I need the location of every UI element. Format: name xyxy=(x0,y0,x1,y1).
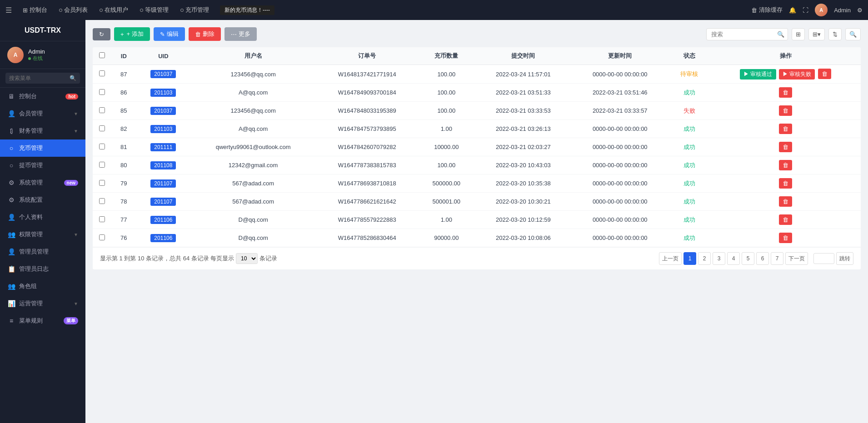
cell-checkbox[interactable] xyxy=(93,156,111,174)
hamburger-icon[interactable]: ☰ xyxy=(5,6,12,15)
sidebar-item-finance-mgmt[interactable]: ₿ 财务管理 ▼ xyxy=(0,122,85,139)
menu-icon: ≡ xyxy=(7,317,15,324)
nav-members[interactable]: 会员列表 xyxy=(55,4,92,16)
sidebar-item-system-mgmt[interactable]: ⚙ 系统管理 new xyxy=(0,174,85,191)
sidebar-item-dashboard[interactable]: 🖥 控制台 hot xyxy=(0,88,85,105)
uid-badge: 201108 xyxy=(150,161,176,169)
sidebar-item-menu-rules[interactable]: ≡ 菜单规则 菜单 xyxy=(0,312,85,329)
refresh-button[interactable]: ↻ xyxy=(93,28,110,40)
clear-cache-button[interactable]: 🗑 清除缓存 xyxy=(751,6,783,14)
table-search-input[interactable] xyxy=(706,28,788,40)
jump-button[interactable]: 跳转 xyxy=(836,252,853,265)
row-checkbox[interactable] xyxy=(99,125,105,131)
reject-button[interactable]: ▶ 审核失败 xyxy=(779,69,815,80)
filter-button[interactable]: ⇅ xyxy=(828,28,842,40)
sidebar-item-withdrawal-mgmt[interactable]: ○ 提币管理 xyxy=(0,157,85,174)
page-button-6[interactable]: 6 xyxy=(756,252,769,265)
data-table-wrapper: ID UID 用户名 订单号 充币数量 提交时间 更新时间 状态 操作 87 2… xyxy=(93,47,861,269)
page-button-2[interactable]: 2 xyxy=(698,252,711,265)
delete-button[interactable]: 🗑 删除 xyxy=(189,27,221,41)
page-button-4[interactable]: 4 xyxy=(727,252,740,265)
row-delete-button[interactable]: 🗑 xyxy=(779,196,792,207)
uid-badge: 201103 xyxy=(150,89,176,97)
table-body: 87 201037 123456@qq.com W164813742177191… xyxy=(93,65,861,247)
row-checkbox[interactable] xyxy=(99,107,105,113)
search-table-button[interactable]: 🔍 xyxy=(845,28,861,40)
row-delete-button[interactable]: 🗑 xyxy=(779,214,792,225)
row-delete-button[interactable]: 🗑 xyxy=(818,69,831,79)
delete-icon: 🗑 xyxy=(195,31,201,38)
sidebar-item-role-group[interactable]: 👥 角色组 xyxy=(0,278,85,295)
row-checkbox[interactable] xyxy=(99,234,105,240)
sidebar-item-ops-mgmt[interactable]: 📊 运营管理 ▼ xyxy=(0,295,85,312)
row-delete-button[interactable]: 🗑 xyxy=(779,160,792,170)
notification-icon[interactable]: 🔔 xyxy=(789,7,796,14)
sidebar-item-member-mgmt[interactable]: 👤 会员管理 ▼ xyxy=(0,105,85,122)
page-button-3[interactable]: 3 xyxy=(713,252,725,265)
sidebar-item-label: 提币管理 xyxy=(19,161,43,169)
page-button-5[interactable]: 5 xyxy=(742,252,754,265)
table-footer: 显示第 1 到第 10 条记录，总共 64 条记录 每页显示 10 20 50 … xyxy=(93,247,861,269)
sidebar-item-permissions[interactable]: 👥 权限管理 ▼ xyxy=(0,226,85,243)
row-checkbox[interactable] xyxy=(99,70,105,76)
sidebar-search-input[interactable] xyxy=(5,73,80,84)
row-delete-button[interactable]: 🗑 xyxy=(779,105,792,116)
cell-update-time: 2022-03-21 03:51:46 xyxy=(572,84,668,102)
row-checkbox[interactable] xyxy=(99,144,105,149)
page-button-1[interactable]: 1 xyxy=(683,252,696,265)
row-delete-button[interactable]: 🗑 xyxy=(779,142,792,152)
row-checkbox[interactable] xyxy=(99,198,105,204)
edit-button[interactable]: ✎ 编辑 xyxy=(154,27,185,41)
sidebar-item-admin-mgmt[interactable]: 👤 管理员管理 xyxy=(0,243,85,260)
cell-checkbox[interactable] xyxy=(93,229,111,247)
cell-checkbox[interactable] xyxy=(93,102,111,120)
row-delete-button[interactable]: 🗑 xyxy=(779,233,792,243)
fullscreen-icon[interactable]: ⛶ xyxy=(803,7,808,14)
grid-view-button[interactable]: ⊞▾ xyxy=(808,28,825,40)
cell-checkbox[interactable] xyxy=(93,120,111,138)
page-jump-input[interactable] xyxy=(813,253,834,264)
approve-button[interactable]: ▶ 审核通过 xyxy=(740,69,776,80)
cell-update-time: 0000-00-00 00:00:00 xyxy=(572,174,668,193)
cell-checkbox[interactable] xyxy=(93,84,111,102)
sidebar-item-profile[interactable]: 👤 个人资料 xyxy=(0,209,85,226)
sidebar-item-system-config[interactable]: ⚙ 系统配置 xyxy=(0,191,85,209)
table-row: 78 201107 567@adad.com W1647786621621642… xyxy=(93,193,861,211)
page-button-7[interactable]: 7 xyxy=(771,252,783,265)
nav-levels[interactable]: 等级管理 xyxy=(135,4,173,16)
prev-page-button[interactable]: 上一页 xyxy=(659,252,682,265)
table-view-button[interactable]: ⊞ xyxy=(792,28,805,40)
cell-checkbox[interactable] xyxy=(93,174,111,193)
nav-recharge[interactable]: 充币管理 xyxy=(176,4,214,16)
cell-checkbox[interactable] xyxy=(93,211,111,229)
sidebar-item-label: 财务管理 xyxy=(19,127,43,135)
select-all-checkbox[interactable] xyxy=(99,52,105,58)
table-row: 82 201103 A@qq.com W1647847573793895 1.0… xyxy=(93,120,861,138)
settings-icon[interactable]: ⚙ xyxy=(857,7,863,14)
cell-update-time: 0000-00-00 00:00:00 xyxy=(572,65,668,84)
row-delete-button[interactable]: 🗑 xyxy=(779,178,792,189)
per-page-select[interactable]: 10 20 50 xyxy=(236,253,258,264)
uid-badge: 201111 xyxy=(150,143,176,151)
nav-dashboard[interactable]: ⊞ 控制台 xyxy=(18,4,52,16)
cell-checkbox[interactable] xyxy=(93,65,111,84)
row-delete-button[interactable]: 🗑 xyxy=(779,87,792,98)
dot-icon xyxy=(59,9,62,12)
row-checkbox[interactable] xyxy=(99,216,105,222)
cell-amount: 500000.00 xyxy=(418,174,475,193)
row-checkbox[interactable] xyxy=(99,89,105,95)
row-checkbox[interactable] xyxy=(99,180,105,186)
cell-id: 86 xyxy=(111,84,137,102)
next-page-button[interactable]: 下一页 xyxy=(785,252,808,265)
cell-checkbox[interactable] xyxy=(93,138,111,156)
nav-online[interactable]: 在线用户 xyxy=(95,4,133,16)
row-checkbox[interactable] xyxy=(99,162,105,168)
sidebar-item-recharge-mgmt[interactable]: ○ 充币管理 xyxy=(0,139,85,157)
sidebar-item-admin-log[interactable]: 📋 管理员日志 xyxy=(0,260,85,278)
row-delete-button[interactable]: 🗑 xyxy=(779,124,792,134)
more-button[interactable]: ⋯ 更多 xyxy=(224,27,257,41)
admin-name[interactable]: Admin xyxy=(834,7,851,14)
cell-checkbox[interactable] xyxy=(93,193,111,211)
add-button[interactable]: + + 添加 xyxy=(114,27,150,41)
cell-submit-time: 2022-03-20 10:08:06 xyxy=(475,229,572,247)
